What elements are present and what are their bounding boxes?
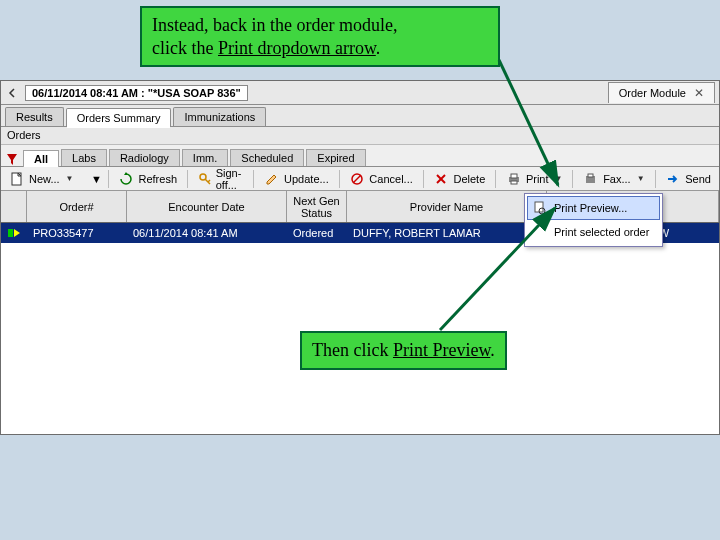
delete-button[interactable]: Delete xyxy=(429,169,489,189)
signoff-button[interactable]: Sign-off... xyxy=(194,165,248,193)
toolbar-sep xyxy=(108,170,109,188)
cancel-icon xyxy=(349,171,365,187)
tab-immunizations[interactable]: Immunizations xyxy=(173,107,266,126)
refresh-icon xyxy=(118,171,134,187)
svg-rect-11 xyxy=(8,229,13,237)
pencil-icon xyxy=(264,171,280,187)
filter-all[interactable]: All xyxy=(23,150,59,167)
close-icon[interactable]: ✕ xyxy=(694,86,704,100)
new-icon xyxy=(9,171,25,187)
cell-provider: DUFFY, ROBERT LAMAR xyxy=(353,227,481,239)
toolbar: New... ▼ ▼ Refresh Sign-off... Update... xyxy=(1,167,719,191)
cancel-button[interactable]: Cancel... xyxy=(345,169,416,189)
print-dropdown-menu: Print Preview... Print selected order xyxy=(524,193,663,247)
tab-results[interactable]: Results xyxy=(5,107,64,126)
key-icon xyxy=(198,171,212,187)
cell-status: Ordered xyxy=(293,227,333,239)
cell-encounter: 06/11/2014 08:41 AM xyxy=(133,227,238,239)
window-titlebar: 06/11/2014 08:41 AM : "*USA SOAP 836" Or… xyxy=(1,81,719,105)
col-icon[interactable] xyxy=(1,191,27,222)
section-orders-header: Orders xyxy=(1,127,719,145)
callout-bottom-underline: Print Preview xyxy=(393,340,490,360)
filter-tabs: All Labs Radiology Imm. Scheduled Expire… xyxy=(1,145,719,167)
filter-scheduled[interactable]: Scheduled xyxy=(230,149,304,166)
callout-top-line2-post: . xyxy=(376,38,381,58)
refresh-button[interactable]: Refresh xyxy=(114,169,181,189)
cell-order: PRO335477 xyxy=(33,227,94,239)
delete-icon xyxy=(433,171,449,187)
tab-orders-summary[interactable]: Orders Summary xyxy=(66,108,172,127)
update-button[interactable]: Update... xyxy=(260,169,333,189)
callout-top-line1: Instead, back in the order module, xyxy=(152,15,397,35)
svg-rect-10 xyxy=(588,174,593,177)
menu-item-print-selected[interactable]: Print selected order xyxy=(527,220,660,244)
svg-rect-8 xyxy=(511,181,517,184)
grid-body: PRO335477 06/11/2014 08:41 AM Ordered DU… xyxy=(1,223,719,423)
print-button[interactable]: Print ▼ xyxy=(502,169,567,189)
send-button[interactable]: Send xyxy=(661,169,715,189)
extra-caret-icon[interactable]: ▼ xyxy=(91,173,102,185)
print-caret-icon[interactable]: ▼ xyxy=(555,174,563,183)
nav-prev-icon[interactable] xyxy=(5,85,19,101)
printer-icon xyxy=(506,171,522,187)
col-provider[interactable]: Provider Name xyxy=(347,191,547,222)
filter-labs[interactable]: Labs xyxy=(61,149,107,166)
menu-item-print-preview-label: Print Preview... xyxy=(554,202,627,214)
filter-radiology[interactable]: Radiology xyxy=(109,149,180,166)
callout-top-line2-pre: click the xyxy=(152,38,218,58)
print-preview-icon xyxy=(532,200,548,216)
row-flag-icon xyxy=(1,223,27,243)
callout-bottom-post: . xyxy=(490,340,495,360)
col-encounter[interactable]: Encounter Date xyxy=(127,191,287,222)
filter-imm[interactable]: Imm. xyxy=(182,149,228,166)
module-tab[interactable]: Order Module ✕ xyxy=(608,82,715,103)
funnel-icon[interactable] xyxy=(7,154,17,166)
encounter-date-label[interactable]: 06/11/2014 08:41 AM : "*USA SOAP 836" xyxy=(25,85,248,101)
svg-rect-7 xyxy=(511,174,517,178)
caret-down-icon: ▼ xyxy=(66,174,74,183)
fax-icon xyxy=(583,171,599,187)
svg-line-14 xyxy=(544,213,546,215)
new-button[interactable]: New... ▼ xyxy=(5,169,78,189)
callout-top: Instead, back in the order module, click… xyxy=(140,6,500,67)
module-tab-label: Order Module xyxy=(619,87,686,99)
callout-top-line2-underline: Print dropdown arrow xyxy=(218,38,376,58)
send-icon xyxy=(665,171,681,187)
main-tabs: Results Orders Summary Immunizations xyxy=(1,105,719,127)
callout-bottom: Then click Print Preview. xyxy=(300,331,507,370)
fax-button[interactable]: Fax... ▼ xyxy=(579,169,648,189)
col-status[interactable]: Next Gen Status xyxy=(287,191,347,222)
svg-line-3 xyxy=(353,175,361,183)
menu-item-print-preview[interactable]: Print Preview... xyxy=(527,196,660,220)
col-order[interactable]: Order# xyxy=(27,191,127,222)
order-module-window: 06/11/2014 08:41 AM : "*USA SOAP 836" Or… xyxy=(0,80,720,435)
filter-expired[interactable]: Expired xyxy=(306,149,365,166)
menu-item-print-selected-label: Print selected order xyxy=(554,226,649,238)
callout-bottom-pre: Then click xyxy=(312,340,393,360)
